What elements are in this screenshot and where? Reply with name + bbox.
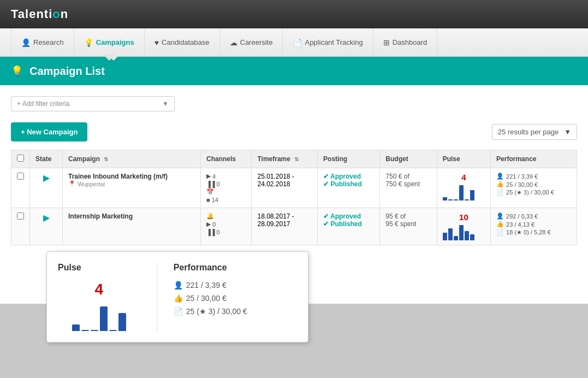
perf-icon-2: 👍 xyxy=(496,181,504,188)
timeframe-end: 28.09.2017 xyxy=(257,220,312,228)
row-state-cell: ▶ xyxy=(30,168,63,208)
page-header-icon: 💡 xyxy=(11,65,23,77)
nav-item-careersite[interactable]: ☁ Careersite xyxy=(220,28,283,56)
table-header-posting: Posting xyxy=(318,150,380,168)
perf-value-1: 292 / 0,33 € xyxy=(506,213,538,220)
per-page-select[interactable]: 25 results per page ▼ xyxy=(492,124,577,140)
row-checkbox-cell xyxy=(11,208,30,245)
tooltip-pulse-number: 4 xyxy=(58,281,140,298)
select-all-checkbox[interactable] xyxy=(17,155,24,162)
pulse-tooltip-popup: Pulse 4 Performance 👤 221 / 3,39 € 👍 25 … xyxy=(46,251,308,342)
filter-criteria-select[interactable]: + Add filter criteria ▼ xyxy=(11,96,175,111)
channel-row: 📅 xyxy=(206,188,246,196)
table-header-row: State Campaign ⇅ Channels Timeframe ⇅ Po xyxy=(11,150,577,168)
row-checkbox[interactable] xyxy=(17,173,24,180)
channel-count: 0 xyxy=(212,221,216,228)
table-header-campaign[interactable]: Campaign ⇅ xyxy=(63,150,201,168)
nav-label-research: Research xyxy=(33,38,64,46)
channel-icon: 📅 xyxy=(206,188,214,196)
pulse-bar xyxy=(470,190,474,200)
tooltip-divider xyxy=(157,263,157,331)
channel-row: ▶0 xyxy=(206,221,246,228)
perf-row-2: 👍23 / 4,13 € xyxy=(496,221,571,228)
pulse-bar xyxy=(448,228,453,240)
row-state-cell: ▶ xyxy=(30,208,63,245)
tooltip-perf-value-3: 25 (★ 3) / 30,00 € xyxy=(186,307,247,316)
nav-item-dashboard[interactable]: ⊞ Dashboard xyxy=(373,28,438,56)
perf-row-1: 👤292 / 0,33 € xyxy=(496,212,571,220)
tooltip-perf-icon-1: 👤 xyxy=(174,281,183,290)
careersite-icon: ☁ xyxy=(230,38,237,47)
row-pulse-cell: 10 xyxy=(437,208,490,245)
nav-label-dashboard: Dashboard xyxy=(393,38,427,46)
status-approved: ✔ Approved xyxy=(323,212,374,220)
perf-value-1: 221 / 3,39 € xyxy=(506,173,538,180)
dashboard-icon: ⊞ xyxy=(383,38,390,47)
perf-row-3: 📄25 (★ 3) / 30,00 € xyxy=(496,189,571,196)
tooltip-inner: Pulse 4 Performance 👤 221 / 3,39 € 👍 25 … xyxy=(58,263,297,331)
pulse-bar xyxy=(465,231,469,240)
row-budget-cell: 95 € of 95 € spent xyxy=(380,208,437,245)
channel-row: ▶4 xyxy=(206,173,246,180)
tooltip-perf-title: Performance xyxy=(174,263,297,273)
nav-label-careersite: Careersite xyxy=(240,38,273,46)
nav-item-research[interactable]: 👤 Research xyxy=(11,28,74,56)
tooltip-pulse-section: Pulse 4 xyxy=(58,263,140,331)
pulse-bar xyxy=(470,234,474,240)
nav-item-campaigns[interactable]: 💡 Campaigns xyxy=(74,28,145,56)
top-bar: Talention xyxy=(0,0,588,28)
tooltip-bar xyxy=(109,330,117,331)
perf-icon-3: 📄 xyxy=(496,229,504,236)
perf-row-1: 👤221 / 3,39 € xyxy=(496,173,571,180)
tooltip-perf-row-3: 📄 25 (★ 3) / 30,00 € xyxy=(174,307,297,316)
table-header-channels: Channels xyxy=(200,150,251,168)
perf-row-3: 📄18 (★ 0) / 5,28 € xyxy=(496,229,571,236)
channel-icons: 🔔▶0▐▐0 xyxy=(206,212,246,235)
perf-value-2: 23 / 4,13 € xyxy=(506,221,534,228)
channel-icon: ▶ xyxy=(206,221,211,228)
campaign-name: Internship Marketing xyxy=(68,212,195,220)
pulse-bar xyxy=(454,236,458,240)
tooltip-bar xyxy=(118,313,126,331)
campaigns-icon: 💡 xyxy=(84,38,93,47)
tooltip-bar xyxy=(100,306,108,331)
pulse-bar xyxy=(454,199,458,200)
row-campaign-cell: Internship Marketing xyxy=(63,208,201,245)
perf-icon-3: 📄 xyxy=(496,189,504,196)
play-button[interactable]: ▶ xyxy=(43,213,50,222)
per-page-label: 25 results per page xyxy=(498,128,559,136)
row-pulse-cell: 4 xyxy=(437,168,490,208)
filter-bar: + Add filter criteria ▼ xyxy=(11,96,577,111)
tooltip-bar xyxy=(81,330,89,331)
toolbar-row: + New Campaign 25 results per page ▼ xyxy=(11,122,577,141)
perf-value-3: 18 (★ 0) / 5,28 € xyxy=(506,229,551,236)
filter-placeholder: + Add filter criteria xyxy=(17,100,69,108)
timeframe-start: 25.01.2018 - xyxy=(257,173,312,180)
status-approved: ✔ Approved xyxy=(323,173,374,180)
table-header-pulse: Pulse xyxy=(437,150,490,168)
play-button[interactable]: ▶ xyxy=(43,173,50,182)
channel-count: 14 xyxy=(212,197,218,203)
pulse-bars xyxy=(443,184,485,200)
nav-item-candidatabase[interactable]: ♥ Candidatabase xyxy=(145,28,220,56)
row-channels-cell: ▶4▐▐0📅■14 xyxy=(200,168,251,208)
new-campaign-button[interactable]: + New Campaign xyxy=(11,122,87,141)
pulse-bar xyxy=(465,199,469,200)
row-checkbox[interactable] xyxy=(17,212,24,220)
table-header-timeframe[interactable]: Timeframe ⇅ xyxy=(252,150,318,168)
tooltip-perf-value-1: 221 / 3,39 € xyxy=(186,281,227,290)
campaign-table: State Campaign ⇅ Channels Timeframe ⇅ Po xyxy=(11,150,577,245)
tooltip-bar xyxy=(91,330,98,331)
nav-bar: 👤 Research 💡 Campaigns ♥ Candidatabase ☁… xyxy=(0,28,588,57)
nav-item-applicant-tracking[interactable]: 📄 Applicant Tracking xyxy=(283,28,373,56)
perf-value-3: 25 (★ 3) / 30,00 € xyxy=(506,189,554,196)
channel-icons: ▶4▐▐0📅■14 xyxy=(206,173,246,203)
timeframe-start: 18.08.2017 - xyxy=(257,212,312,220)
pulse-number: 4 xyxy=(443,173,485,182)
perf-icon-1: 👤 xyxy=(496,212,504,220)
campaign-sort-icon: ⇅ xyxy=(104,156,108,162)
table-header-checkbox[interactable] xyxy=(11,150,30,168)
tooltip-perf-icon-2: 👍 xyxy=(174,294,183,303)
budget-total: 750 € spent xyxy=(385,180,431,188)
nav-label-applicant-tracking: Applicant Tracking xyxy=(305,38,363,46)
